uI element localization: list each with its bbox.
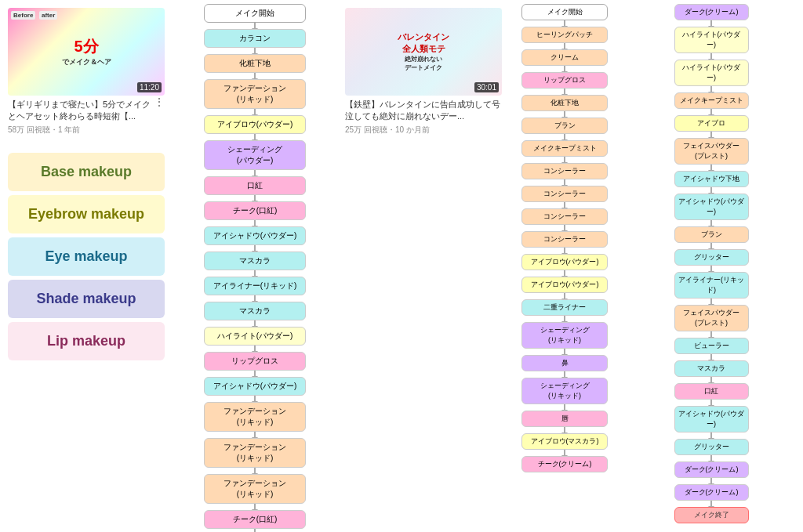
flow2-arrow-17: [564, 427, 565, 433]
flow1-arrow-3: [254, 109, 256, 115]
flow2-arrow-8: [564, 202, 565, 208]
flow3-arrow-11: [710, 331, 712, 338]
flow2-arrow-12: [564, 293, 565, 299]
flow1-n10: アイライナー(リキッド): [204, 277, 306, 295]
flow1-arrow-8: [254, 245, 256, 252]
flow3-arrow-18: [710, 501, 712, 507]
legend-base[interactable]: Base makeup: [8, 153, 165, 191]
flow1-arrow-9: [254, 270, 256, 277]
flow1-arrow-4: [254, 134, 256, 140]
flow1-arrow-14: [254, 396, 256, 402]
flow2-arrow-10: [564, 248, 565, 254]
flow2-n11: アイブロウ(パウダー): [521, 254, 608, 270]
flow1-n5: シェーディング (パウダー): [204, 140, 306, 170]
flow1-n9: マスカラ: [204, 252, 306, 270]
flow3-arrow-10: [710, 299, 712, 305]
flow3-n12: フェイスパウダー (プレスト): [674, 305, 749, 331]
flow1-arrow-12: [254, 346, 256, 352]
flow3-n1: ダーク(クリーム): [674, 4, 749, 20]
flow3-n4: メイクキープミスト: [674, 92, 749, 109]
video-more-button-1[interactable]: ⋮: [154, 96, 165, 108]
flow2-arrow-0: [564, 20, 565, 27]
flow1-n14: アイシャドウ(パウダー): [204, 377, 306, 396]
video-card-2-panel: バレンタイン全人類モテ 絶対崩れないデートメイク 30:01 【鉄壁】バレンタイ…: [337, 0, 510, 532]
flow1-n2: 化粧下地: [204, 54, 306, 73]
flow3-arrow-2: [710, 86, 712, 92]
flow1-arrow-11: [254, 320, 256, 327]
flow-chart-1: メイク開始 カラコン 化粧下地 ファンデーション (リキッド) アイブロウ(パウ…: [173, 0, 337, 532]
flow-chart-3: ダーク(クリーム) ハイライト(パウダー) ハイライト(パウダー) メイクキープ…: [620, 0, 803, 532]
video-thumbnail-2[interactable]: バレンタイン全人類モテ 絶対崩れないデートメイク 30:01: [345, 8, 502, 96]
flow1-arrow-16: [254, 468, 256, 474]
flow2-n8: コンシーラー: [521, 186, 608, 202]
flow2-arrow-5: [564, 134, 565, 140]
flow1-start: メイク開始: [204, 4, 306, 23]
flow2-arrow-15: [564, 371, 565, 378]
flow3-arrow-17: [710, 478, 712, 484]
flow2-n2: クリーム: [521, 49, 608, 66]
flow1-arrow-18: [254, 529, 256, 532]
flow1-n18: チーク(口紅): [204, 510, 306, 529]
flow1-n8: アイシャドウ(パウダー): [204, 226, 306, 245]
flow1-arrow-15: [254, 432, 256, 438]
flow3-arrow-5: [710, 165, 712, 171]
video-thumbnail-1[interactable]: 5分 でメイク＆ヘア Before after 11:20: [8, 8, 165, 96]
video-meta-2: 25万 回視聴・10 か月前: [345, 125, 502, 136]
video-meta-1: 58万 回視聴・1 年前: [8, 125, 165, 136]
flow3-n13: ビューラー: [674, 338, 749, 354]
flow2-n10: コンシーラー: [521, 231, 608, 248]
flow3-arrow-1: [710, 53, 712, 60]
flow3-arrow-13: [710, 377, 712, 383]
flow1-n11: マスカラ: [204, 302, 306, 320]
flow1-arrow-2: [254, 73, 256, 79]
flow1-n15: ファンデーション (リキッド): [204, 402, 306, 432]
flow3-n5: アイブロ: [674, 115, 749, 132]
flow2-n4: 化粧下地: [521, 95, 608, 111]
flow2-arrow-6: [564, 157, 565, 163]
flow2-arrow-11: [564, 270, 565, 277]
flow2-arrow-16: [564, 404, 565, 411]
legend-container: Base makeup Eyebrow makeup Eye makeup Sh…: [8, 153, 165, 360]
flow3-n3: ハイライト(パウダー): [674, 60, 749, 86]
flow1-arrow-10: [254, 295, 256, 302]
flow3-arrow-4: [710, 132, 712, 138]
video-card-1: 5分 でメイク＆ヘア Before after 11:20 【ギリギリまで寝たい…: [8, 8, 165, 136]
flow1-n6: 口紅: [204, 176, 306, 195]
flow3-n17: グリッター: [674, 439, 749, 455]
flow3-n11: アイライナー(リキッド): [674, 272, 749, 299]
flow2-arrow-1: [564, 43, 565, 49]
flow-chart-2: メイク開始 ヒーリングパッチ クリーム リップグロス 化粧下地 ブラン メイクキ…: [510, 0, 620, 532]
flow3-arrow-7: [710, 220, 712, 226]
flow1-n17: ファンデーション (リキッド): [204, 474, 306, 504]
video-duration-1: 11:20: [137, 82, 162, 92]
flow2-n7: コンシーラー: [521, 163, 608, 179]
flow3-arrow-14: [710, 400, 712, 406]
flow2-n5: ブラン: [521, 118, 608, 134]
legend-eye[interactable]: Eye makeup: [8, 237, 165, 276]
flow2-n15: 鼻: [521, 355, 608, 371]
legend-shade[interactable]: Shade makeup: [8, 280, 165, 318]
flow3-n15: 口紅: [674, 383, 749, 400]
flow1-n7: チーク(口紅): [204, 201, 306, 220]
flow2-n16: シェーディング (リキッド): [521, 378, 608, 404]
legend-eyebrow[interactable]: Eyebrow makeup: [8, 195, 165, 233]
flow1-n13: リップグロス: [204, 352, 306, 371]
flow3-arrow-3: [710, 109, 712, 115]
flow2-n14: シェーディング (リキッド): [521, 322, 608, 349]
video-card-2: バレンタイン全人類モテ 絶対崩れないデートメイク 30:01 【鉄壁】バレンタイ…: [345, 8, 502, 136]
flow3-arrow-15: [710, 432, 712, 439]
flow2-n9: コンシーラー: [521, 208, 608, 225]
flow3-end: メイク終了: [674, 507, 749, 523]
flow2-n18: アイブロウ(マスカラ): [521, 433, 608, 450]
flow2-n13: 二重ライナー: [521, 299, 608, 316]
flow2-arrow-3: [564, 89, 565, 95]
legend-lip[interactable]: Lip makeup: [8, 322, 165, 360]
flow1-n12: ハイライト(パウダー): [204, 327, 306, 346]
video-title-1: 【ギリギリまで寝たい】5分でメイクとヘアセット終わらる時短術【...: [8, 99, 154, 123]
flow2-n6: メイクキープミスト: [521, 140, 608, 157]
flow2-arrow-18: [564, 450, 565, 456]
flow3-n18: ダーク(クリーム): [674, 461, 749, 478]
flow1-arrow-5: [254, 170, 256, 176]
flow2-arrow-13: [564, 316, 565, 322]
video-duration-2: 30:01: [474, 82, 499, 92]
